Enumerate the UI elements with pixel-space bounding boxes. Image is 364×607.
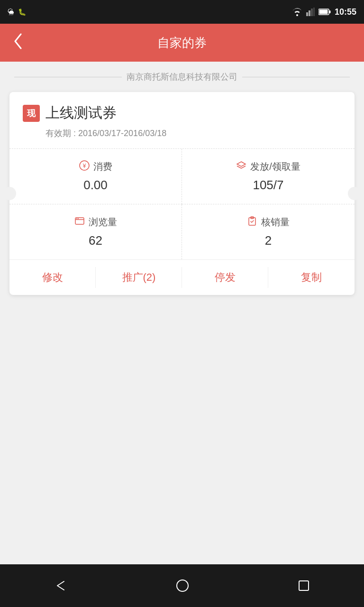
main-content: 南京商托斯信息科技有限公司 现 上线测试券 有效期 : 2016/03/17-2… [0, 62, 364, 564]
status-time: 10:55 [335, 7, 356, 17]
bottom-nav [0, 564, 364, 607]
recent-nav-button[interactable] [288, 574, 320, 597]
status-bar-left: 🌦 🐛 [8, 8, 26, 16]
coupon-header: 现 上线测试券 有效期 : 2016/03/17-2016/03/18 [9, 92, 355, 149]
divider-line-right [242, 77, 350, 77]
stat-label-consume: 消费 [93, 160, 112, 173]
status-bar-right: 10:55 [292, 7, 356, 17]
coupon-name: 上线测试券 [46, 103, 117, 123]
stat-value-consume: 0.00 [17, 178, 174, 193]
modify-button[interactable]: 修改 [9, 260, 96, 295]
layers-icon [236, 160, 246, 173]
stat-label-distribute: 发放/领取量 [250, 160, 300, 173]
svg-rect-0 [306, 12, 308, 16]
company-name: 南京商托斯信息科技有限公司 [127, 71, 237, 83]
signal-icon [306, 8, 315, 16]
browser-icon [74, 216, 85, 229]
stat-cell-consume: ¥ 消费 0.00 [9, 149, 182, 204]
svg-rect-2 [311, 9, 313, 16]
stats-grid: ¥ 消费 0.00 发放/领取量 [9, 149, 355, 260]
divider-line-left [14, 77, 122, 77]
stat-label-redeem: 核销量 [261, 216, 290, 229]
stat-cell-distribute: 发放/领取量 105/7 [182, 149, 355, 204]
stat-label-row-consume: ¥ 消费 [17, 160, 174, 173]
coupon-validity: 有效期 : 2016/03/17-2016/03/18 [46, 128, 341, 139]
svg-rect-1 [309, 10, 310, 16]
stat-label-row-redeem: 核销量 [190, 216, 347, 229]
svg-rect-5 [319, 10, 328, 14]
wifi-icon [292, 8, 302, 16]
copy-button[interactable]: 复制 [268, 260, 355, 295]
nav-bar: 自家的券 [0, 24, 364, 62]
company-divider: 南京商托斯信息科技有限公司 [0, 62, 364, 92]
coupon-title-row: 现 上线测试券 [23, 103, 341, 123]
svg-rect-3 [313, 8, 315, 16]
coupon-card: 现 上线测试券 有效期 : 2016/03/17-2016/03/18 ¥ [9, 92, 355, 295]
weather-icon: 🌦 [8, 8, 14, 16]
stat-value-views: 62 [17, 233, 174, 248]
stat-value-redeem: 2 [190, 233, 347, 248]
svg-rect-6 [329, 10, 330, 13]
svg-point-16 [177, 580, 188, 591]
back-nav-button[interactable] [44, 574, 77, 598]
yen-icon: ¥ [79, 160, 90, 173]
bug-icon: 🐛 [18, 8, 26, 16]
battery-icon [318, 8, 331, 16]
svg-point-12 [76, 218, 77, 219]
coupon-badge: 现 [23, 105, 40, 122]
stop-button[interactable]: 停发 [182, 260, 268, 295]
page-title: 自家的券 [157, 35, 207, 51]
stat-label-views: 浏览量 [89, 216, 117, 229]
back-button[interactable] [9, 29, 27, 56]
svg-text:¥: ¥ [82, 163, 86, 169]
clipboard-check-icon [247, 216, 257, 229]
stat-cell-redeem: 核销量 2 [182, 204, 355, 259]
svg-point-13 [78, 218, 79, 219]
stat-value-distribute: 105/7 [190, 178, 347, 193]
home-nav-button[interactable] [166, 574, 199, 598]
stat-label-row-views: 浏览量 [17, 216, 174, 229]
svg-rect-17 [299, 581, 309, 590]
validity-label: 有效期 : [46, 129, 78, 138]
action-buttons: 修改 推广(2) 停发 复制 [9, 260, 355, 295]
stat-cell-views: 浏览量 62 [9, 204, 182, 259]
promote-button[interactable]: 推广(2) [96, 260, 182, 295]
svg-marker-9 [237, 162, 246, 166]
status-bar: 🌦 🐛 10:55 [0, 0, 364, 24]
stat-label-row-distribute: 发放/领取量 [190, 160, 347, 173]
validity-value: 2016/03/17-2016/03/18 [78, 129, 166, 138]
